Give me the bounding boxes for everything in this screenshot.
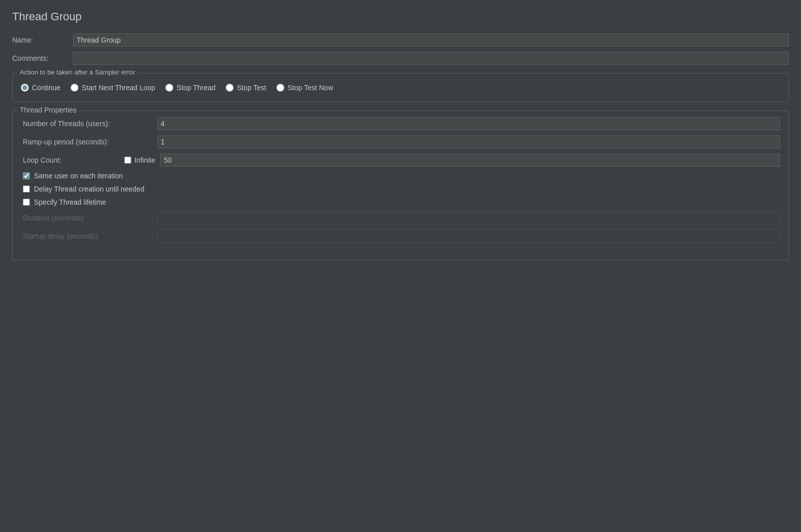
radio-start-next[interactable] [70,84,79,92]
specify-lifetime-label[interactable]: Specify Thread lifetime [34,198,106,206]
ramp-up-row: Ramp-up period (seconds): [21,135,780,148]
loop-count-row: Loop Count: Infinite [21,154,780,167]
radio-stop-test-label: Stop Test [237,84,266,92]
delay-thread-checkbox[interactable] [23,185,30,193]
name-input[interactable] [73,33,789,47]
radio-group: Continue Start Next Thread Loop Stop Thr… [21,80,780,92]
thread-properties-legend: Thread Properties [18,106,79,114]
infinite-checkbox[interactable] [124,157,131,164]
radio-stop-thread[interactable] [165,84,173,92]
name-row: Name: [12,33,789,47]
same-user-row: Same user on each iteration [21,172,780,180]
ramp-up-label: Ramp-up period (seconds): [23,138,157,146]
infinite-group: Infinite [124,156,155,164]
radio-stop-thread-label: Stop Thread [176,84,215,92]
page-title: Thread Group [12,10,789,23]
startup-delay-label: Startup delay (seconds): [23,232,157,240]
sampler-error-legend: Action to be taken after a Sampler error [18,68,137,76]
same-user-checkbox[interactable] [23,172,30,179]
radio-option-stop-thread[interactable]: Stop Thread [165,84,215,92]
radio-option-continue[interactable]: Continue [21,84,60,92]
specify-lifetime-checkbox[interactable] [23,199,30,206]
num-threads-row: Number of Threads (users): [21,117,780,130]
loop-count-label: Loop Count: [23,156,124,164]
delay-thread-label[interactable]: Delay Thread creation until needed [34,185,144,193]
num-threads-input[interactable] [157,117,780,130]
name-label: Name: [12,36,73,44]
duration-input[interactable] [157,211,780,224]
comments-row: Comments: [12,52,789,65]
radio-stop-test-now-label: Stop Test Now [287,84,333,92]
comments-label: Comments: [12,54,73,62]
radio-option-stop-test-now[interactable]: Stop Test Now [276,84,333,92]
radio-stop-test-now[interactable] [276,84,284,92]
loop-count-input[interactable] [160,154,780,167]
radio-option-stop-test[interactable]: Stop Test [226,84,266,92]
num-threads-label: Number of Threads (users): [23,120,157,128]
delay-thread-row: Delay Thread creation until needed [21,185,780,193]
radio-option-start-next[interactable]: Start Next Thread Loop [70,84,155,92]
radio-continue[interactable] [21,84,29,92]
startup-delay-input[interactable] [157,230,780,243]
thread-properties-section: Thread Properties Number of Threads (use… [12,110,789,260]
radio-continue-label: Continue [32,84,60,92]
radio-stop-test[interactable] [226,84,234,92]
comments-input[interactable] [73,52,789,65]
sampler-error-section: Action to be taken after a Sampler error… [12,73,789,102]
main-container: Thread Group Name: Comments: Action to b… [0,0,801,271]
specify-lifetime-row: Specify Thread lifetime [21,198,780,206]
radio-start-next-label: Start Next Thread Loop [82,84,155,92]
ramp-up-input[interactable] [157,135,780,148]
same-user-label[interactable]: Same user on each iteration [34,172,123,180]
startup-delay-row: Startup delay (seconds): [21,230,780,243]
duration-row: Duration (seconds): [21,211,780,224]
infinite-label[interactable]: Infinite [134,156,155,164]
duration-label: Duration (seconds): [23,214,157,222]
